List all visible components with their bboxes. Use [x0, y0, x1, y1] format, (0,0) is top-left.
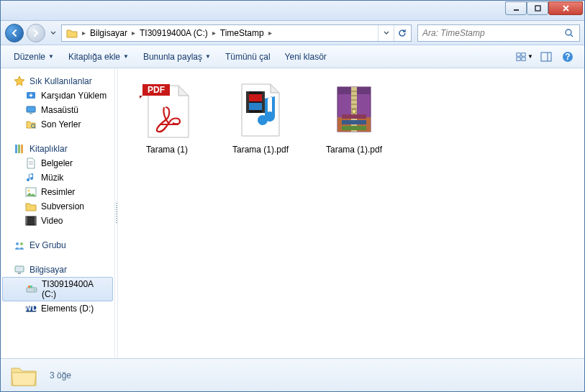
- file-item[interactable]: Tarama (1).pdf: [311, 77, 397, 159]
- view-menu[interactable]: ▼: [515, 48, 534, 65]
- sidebar-item-drive-c[interactable]: TI30919400A (C:): [2, 277, 113, 301]
- homegroup-icon: [14, 240, 25, 251]
- titlebar: [1, 1, 584, 21]
- search-box[interactable]: [417, 24, 580, 42]
- svg-rect-42: [30, 286, 32, 288]
- media-file-icon: [232, 81, 289, 140]
- file-name: Tarama (1).pdf: [326, 145, 382, 155]
- refresh-button[interactable]: [394, 25, 409, 41]
- svg-rect-7: [522, 53, 525, 55]
- recent-icon: [25, 119, 37, 130]
- svg-rect-52: [249, 103, 262, 110]
- svg-rect-49: [246, 91, 249, 113]
- folder-icon: [25, 201, 37, 212]
- folder-icon: [66, 27, 78, 39]
- svg-rect-20: [18, 145, 20, 153]
- svg-rect-8: [517, 57, 520, 60]
- svg-text:?: ?: [565, 52, 570, 62]
- search-input[interactable]: [422, 28, 563, 38]
- svg-rect-51: [249, 94, 262, 101]
- rar-file-icon: [325, 81, 383, 140]
- sidebar-item-pictures[interactable]: Resimler: [1, 185, 114, 199]
- computer-group[interactable]: Bilgisayar: [1, 263, 114, 277]
- video-icon: [25, 215, 37, 227]
- file-item[interactable]: Tarama (1).pdf: [217, 77, 304, 159]
- sidebar-item-documents[interactable]: Belgeler: [1, 156, 114, 170]
- svg-rect-19: [15, 145, 17, 153]
- history-dropdown[interactable]: [48, 24, 58, 42]
- downloads-icon: [25, 90, 37, 101]
- svg-rect-10: [541, 53, 551, 61]
- close-button[interactable]: [548, 1, 583, 15]
- music-icon: [25, 172, 37, 183]
- sidebar-item-subversion[interactable]: Subversion: [1, 199, 114, 214]
- sidebar-item-music[interactable]: Müzik: [1, 170, 114, 185]
- svg-rect-1: [535, 6, 540, 11]
- svg-point-30: [26, 219, 27, 220]
- file-list: PDF Tarama (1): [118, 68, 584, 358]
- share-with-menu[interactable]: Bununla paylaş▼: [137, 49, 217, 65]
- svg-point-34: [35, 222, 35, 222]
- svg-rect-6: [517, 53, 520, 55]
- document-icon: [25, 158, 37, 169]
- sidebar-item-drive-d[interactable]: WD Elements (D:): [1, 301, 114, 316]
- file-name: Tarama (1).pdf: [232, 145, 289, 155]
- new-folder-button[interactable]: Yeni klasör: [279, 49, 332, 65]
- drive-icon: WD: [25, 303, 37, 314]
- folder-icon: [9, 363, 38, 388]
- favorites-group[interactable]: Sık Kullanılanlar: [1, 74, 114, 88]
- pane-splitter[interactable]: [114, 68, 118, 358]
- svg-rect-38: [18, 273, 21, 274]
- svg-rect-41: [28, 286, 30, 288]
- star-icon: [14, 76, 25, 87]
- svg-rect-65: [342, 114, 366, 119]
- minimize-button[interactable]: [505, 1, 527, 15]
- sidebar-item-videos[interactable]: Video: [1, 214, 114, 228]
- svg-text:WD: WD: [25, 304, 37, 313]
- chevron-right-icon[interactable]: ▸: [130, 29, 137, 37]
- breadcrumb-item[interactable]: Bilgisayar: [87, 28, 130, 38]
- play-all-button[interactable]: Tümünü çal: [219, 49, 276, 65]
- homegroup-group[interactable]: Ev Grubu: [1, 238, 114, 252]
- svg-point-4: [566, 29, 571, 35]
- back-button[interactable]: [5, 24, 24, 42]
- command-bar: Düzenle▼ Kitaplığa ekle▼ Bununla paylaş▼…: [1, 45, 584, 68]
- svg-rect-15: [27, 106, 35, 112]
- libraries-icon: [14, 143, 25, 155]
- svg-line-5: [571, 35, 573, 37]
- svg-point-36: [20, 242, 23, 245]
- sidebar-item-downloads[interactable]: Karşıdan Yüklem: [1, 88, 114, 103]
- explorer-window: ▸ Bilgisayar ▸ TI30919400A (C:) ▸ TimeSt…: [0, 0, 585, 392]
- svg-rect-50: [262, 91, 265, 113]
- preview-pane-button[interactable]: [537, 48, 555, 65]
- organize-menu[interactable]: Düzenle▼: [8, 49, 60, 65]
- breadcrumb-item[interactable]: TI30919400A (C:): [137, 28, 211, 38]
- maximize-button[interactable]: [527, 1, 548, 15]
- forward-button[interactable]: [27, 24, 45, 42]
- libraries-group[interactable]: Kitaplıklar: [1, 142, 114, 156]
- file-name: Tarama (1): [146, 145, 188, 155]
- svg-rect-26: [26, 216, 36, 225]
- computer-icon: [14, 264, 25, 275]
- desktop-icon: [25, 104, 37, 116]
- svg-rect-37: [15, 266, 24, 272]
- navbar: ▸ Bilgisayar ▸ TI30919400A (C:) ▸ TimeSt…: [1, 21, 584, 45]
- sidebar-item-recent[interactable]: Son Yerler: [1, 117, 114, 132]
- svg-text:PDF: PDF: [148, 85, 165, 95]
- breadcrumb-item[interactable]: TimeStamp: [217, 28, 267, 38]
- address-bar[interactable]: ▸ Bilgisayar ▸ TI30919400A (C:) ▸ TimeSt…: [61, 24, 412, 42]
- svg-rect-16: [30, 113, 32, 114]
- chevron-right-icon[interactable]: ▸: [211, 29, 217, 37]
- chevron-right-icon[interactable]: ▸: [81, 29, 87, 37]
- sidebar-item-desktop[interactable]: Masaüstü: [1, 103, 114, 117]
- add-to-library-menu[interactable]: Kitaplığa ekle▼: [63, 49, 135, 65]
- svg-point-32: [35, 217, 35, 218]
- svg-point-40: [34, 289, 35, 291]
- address-dropdown[interactable]: [378, 25, 394, 41]
- status-bar: 3 öğe: [1, 358, 584, 391]
- drive-icon: [26, 283, 37, 295]
- svg-point-66: [352, 109, 356, 114]
- chevron-right-icon[interactable]: ▸: [267, 29, 273, 37]
- file-item[interactable]: PDF Tarama (1): [124, 77, 210, 159]
- help-button[interactable]: ?: [558, 48, 577, 65]
